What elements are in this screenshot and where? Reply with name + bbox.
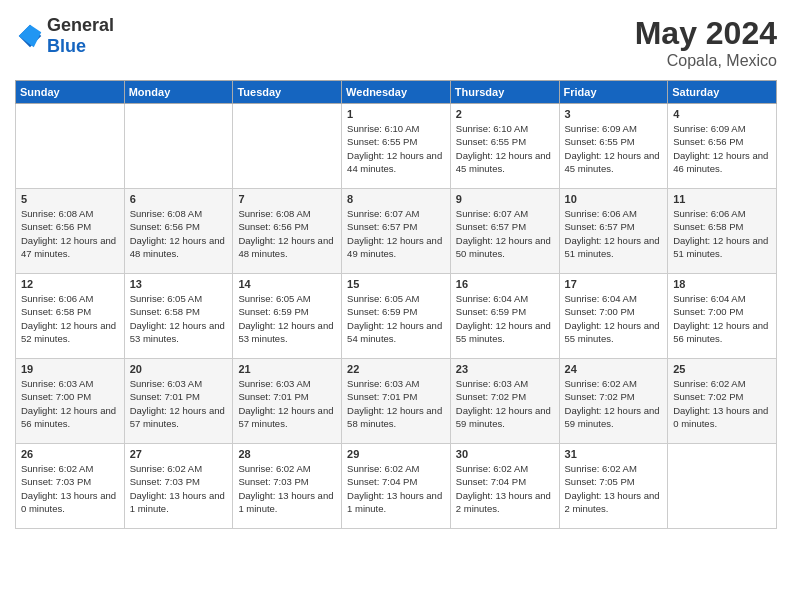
calendar-cell	[233, 104, 342, 189]
calendar-cell: 29Sunrise: 6:02 AMSunset: 7:04 PMDayligh…	[342, 444, 451, 529]
day-header-tuesday: Tuesday	[233, 81, 342, 104]
calendar-cell: 5Sunrise: 6:08 AMSunset: 6:56 PMDaylight…	[16, 189, 125, 274]
day-number: 15	[347, 278, 445, 290]
day-number: 20	[130, 363, 228, 375]
cell-info: Sunrise: 6:04 AMSunset: 7:00 PMDaylight:…	[565, 292, 663, 345]
calendar-cell: 21Sunrise: 6:03 AMSunset: 7:01 PMDayligh…	[233, 359, 342, 444]
calendar-cell: 22Sunrise: 6:03 AMSunset: 7:01 PMDayligh…	[342, 359, 451, 444]
cell-info: Sunrise: 6:07 AMSunset: 6:57 PMDaylight:…	[456, 207, 554, 260]
cell-info: Sunrise: 6:03 AMSunset: 7:00 PMDaylight:…	[21, 377, 119, 430]
cell-info: Sunrise: 6:10 AMSunset: 6:55 PMDaylight:…	[347, 122, 445, 175]
calendar-cell: 30Sunrise: 6:02 AMSunset: 7:04 PMDayligh…	[450, 444, 559, 529]
month-title: May 2024	[635, 15, 777, 52]
day-number: 13	[130, 278, 228, 290]
calendar-cell: 11Sunrise: 6:06 AMSunset: 6:58 PMDayligh…	[668, 189, 777, 274]
cell-info: Sunrise: 6:04 AMSunset: 7:00 PMDaylight:…	[673, 292, 771, 345]
day-number: 1	[347, 108, 445, 120]
day-number: 7	[238, 193, 336, 205]
day-number: 17	[565, 278, 663, 290]
day-header-friday: Friday	[559, 81, 668, 104]
day-number: 30	[456, 448, 554, 460]
cell-info: Sunrise: 6:06 AMSunset: 6:58 PMDaylight:…	[673, 207, 771, 260]
day-header-monday: Monday	[124, 81, 233, 104]
logo-blue: Blue	[47, 36, 86, 56]
logo-icon	[15, 21, 45, 51]
svg-marker-1	[19, 25, 42, 48]
cell-info: Sunrise: 6:05 AMSunset: 6:59 PMDaylight:…	[238, 292, 336, 345]
day-number: 24	[565, 363, 663, 375]
cell-info: Sunrise: 6:08 AMSunset: 6:56 PMDaylight:…	[130, 207, 228, 260]
calendar-cell: 25Sunrise: 6:02 AMSunset: 7:02 PMDayligh…	[668, 359, 777, 444]
day-number: 27	[130, 448, 228, 460]
cell-info: Sunrise: 6:03 AMSunset: 7:02 PMDaylight:…	[456, 377, 554, 430]
cell-info: Sunrise: 6:10 AMSunset: 6:55 PMDaylight:…	[456, 122, 554, 175]
cell-info: Sunrise: 6:02 AMSunset: 7:03 PMDaylight:…	[130, 462, 228, 515]
day-number: 22	[347, 363, 445, 375]
cell-info: Sunrise: 6:02 AMSunset: 7:02 PMDaylight:…	[565, 377, 663, 430]
calendar-cell: 13Sunrise: 6:05 AMSunset: 6:58 PMDayligh…	[124, 274, 233, 359]
day-number: 23	[456, 363, 554, 375]
calendar-cell: 10Sunrise: 6:06 AMSunset: 6:57 PMDayligh…	[559, 189, 668, 274]
day-number: 29	[347, 448, 445, 460]
calendar-cell: 8Sunrise: 6:07 AMSunset: 6:57 PMDaylight…	[342, 189, 451, 274]
cell-info: Sunrise: 6:02 AMSunset: 7:05 PMDaylight:…	[565, 462, 663, 515]
calendar-cell: 4Sunrise: 6:09 AMSunset: 6:56 PMDaylight…	[668, 104, 777, 189]
calendar-cell: 1Sunrise: 6:10 AMSunset: 6:55 PMDaylight…	[342, 104, 451, 189]
calendar-cell: 6Sunrise: 6:08 AMSunset: 6:56 PMDaylight…	[124, 189, 233, 274]
cell-info: Sunrise: 6:06 AMSunset: 6:58 PMDaylight:…	[21, 292, 119, 345]
day-number: 25	[673, 363, 771, 375]
cell-info: Sunrise: 6:09 AMSunset: 6:56 PMDaylight:…	[673, 122, 771, 175]
day-number: 28	[238, 448, 336, 460]
day-number: 21	[238, 363, 336, 375]
calendar-cell: 12Sunrise: 6:06 AMSunset: 6:58 PMDayligh…	[16, 274, 125, 359]
location-title: Copala, Mexico	[635, 52, 777, 70]
cell-info: Sunrise: 6:07 AMSunset: 6:57 PMDaylight:…	[347, 207, 445, 260]
day-number: 3	[565, 108, 663, 120]
day-number: 5	[21, 193, 119, 205]
calendar-cell: 31Sunrise: 6:02 AMSunset: 7:05 PMDayligh…	[559, 444, 668, 529]
calendar-table: SundayMondayTuesdayWednesdayThursdayFrid…	[15, 80, 777, 529]
day-header-wednesday: Wednesday	[342, 81, 451, 104]
calendar-cell: 23Sunrise: 6:03 AMSunset: 7:02 PMDayligh…	[450, 359, 559, 444]
calendar-cell	[124, 104, 233, 189]
cell-info: Sunrise: 6:02 AMSunset: 7:04 PMDaylight:…	[347, 462, 445, 515]
day-number: 16	[456, 278, 554, 290]
cell-info: Sunrise: 6:06 AMSunset: 6:57 PMDaylight:…	[565, 207, 663, 260]
day-number: 18	[673, 278, 771, 290]
cell-info: Sunrise: 6:03 AMSunset: 7:01 PMDaylight:…	[130, 377, 228, 430]
logo: General Blue	[15, 15, 114, 57]
cell-info: Sunrise: 6:05 AMSunset: 6:58 PMDaylight:…	[130, 292, 228, 345]
day-number: 11	[673, 193, 771, 205]
calendar-cell: 28Sunrise: 6:02 AMSunset: 7:03 PMDayligh…	[233, 444, 342, 529]
cell-info: Sunrise: 6:05 AMSunset: 6:59 PMDaylight:…	[347, 292, 445, 345]
day-number: 31	[565, 448, 663, 460]
day-header-sunday: Sunday	[16, 81, 125, 104]
calendar-cell: 3Sunrise: 6:09 AMSunset: 6:55 PMDaylight…	[559, 104, 668, 189]
calendar-cell: 2Sunrise: 6:10 AMSunset: 6:55 PMDaylight…	[450, 104, 559, 189]
calendar-cell: 7Sunrise: 6:08 AMSunset: 6:56 PMDaylight…	[233, 189, 342, 274]
cell-info: Sunrise: 6:08 AMSunset: 6:56 PMDaylight:…	[238, 207, 336, 260]
day-number: 2	[456, 108, 554, 120]
title-block: May 2024 Copala, Mexico	[635, 15, 777, 70]
day-header-saturday: Saturday	[668, 81, 777, 104]
day-number: 19	[21, 363, 119, 375]
logo-general: General	[47, 15, 114, 35]
calendar-cell: 9Sunrise: 6:07 AMSunset: 6:57 PMDaylight…	[450, 189, 559, 274]
cell-info: Sunrise: 6:04 AMSunset: 6:59 PMDaylight:…	[456, 292, 554, 345]
day-number: 26	[21, 448, 119, 460]
day-header-thursday: Thursday	[450, 81, 559, 104]
cell-info: Sunrise: 6:08 AMSunset: 6:56 PMDaylight:…	[21, 207, 119, 260]
calendar-cell: 20Sunrise: 6:03 AMSunset: 7:01 PMDayligh…	[124, 359, 233, 444]
cell-info: Sunrise: 6:02 AMSunset: 7:02 PMDaylight:…	[673, 377, 771, 430]
day-number: 10	[565, 193, 663, 205]
day-number: 14	[238, 278, 336, 290]
day-number: 8	[347, 193, 445, 205]
calendar-cell	[668, 444, 777, 529]
calendar-cell: 19Sunrise: 6:03 AMSunset: 7:00 PMDayligh…	[16, 359, 125, 444]
cell-info: Sunrise: 6:02 AMSunset: 7:03 PMDaylight:…	[21, 462, 119, 515]
calendar-cell: 15Sunrise: 6:05 AMSunset: 6:59 PMDayligh…	[342, 274, 451, 359]
calendar-cell: 14Sunrise: 6:05 AMSunset: 6:59 PMDayligh…	[233, 274, 342, 359]
calendar-cell: 26Sunrise: 6:02 AMSunset: 7:03 PMDayligh…	[16, 444, 125, 529]
page-header: General Blue May 2024 Copala, Mexico	[15, 15, 777, 70]
cell-info: Sunrise: 6:02 AMSunset: 7:04 PMDaylight:…	[456, 462, 554, 515]
